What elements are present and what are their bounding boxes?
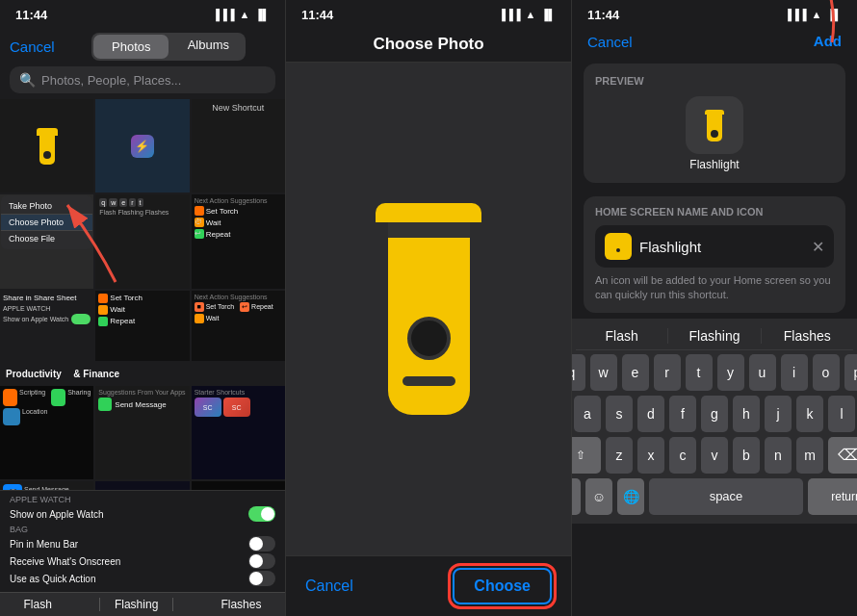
watch-toggle[interactable] — [248, 506, 275, 522]
key-t[interactable]: t — [686, 354, 713, 391]
wifi-icon-2: ▲ — [526, 9, 536, 20]
key-d[interactable]: d — [637, 396, 664, 432]
key-h[interactable]: h — [733, 396, 760, 432]
time-3: 11:44 — [587, 8, 619, 22]
key-c[interactable]: c — [669, 437, 696, 474]
key-e[interactable]: e — [622, 354, 649, 391]
key-o[interactable]: o — [813, 354, 840, 391]
clear-name-button[interactable]: ✕ — [812, 238, 824, 256]
key-j[interactable]: j — [765, 396, 792, 432]
search-placeholder: Photos, People, Places... — [41, 73, 181, 88]
photo-screenshots[interactable]: 📱 Show Screenshots — [192, 481, 285, 490]
segment-photos[interactable]: Photos — [93, 35, 169, 59]
top-bar-1: Cancel Photos Albums — [0, 27, 285, 66]
key-i[interactable]: i — [781, 354, 808, 391]
receive-label: Receive What's Onscreen — [10, 556, 120, 567]
key-k[interactable]: k — [796, 396, 823, 432]
photo-send-message[interactable]: Suggestions From Your Apps Send Message — [95, 386, 189, 479]
key-g[interactable]: g — [701, 396, 728, 432]
status-bar-3: 11:44 ▐▐▐ ▲ ▐▌ — [572, 0, 857, 27]
choose-photo-panel: 11:44 ▐▐▐ ▲ ▐▌ Choose Photo — [286, 0, 572, 616]
choose-button[interactable]: Choose — [453, 568, 552, 604]
key-z[interactable]: z — [606, 437, 633, 474]
battery-icon-2: ▐▌ — [540, 9, 556, 20]
receive-toggle[interactable] — [248, 553, 275, 569]
name-section-label: HOME SCREEN NAME AND ICON — [595, 206, 834, 218]
segment-albums[interactable]: Albums — [170, 33, 246, 61]
photo-3[interactable]: New Shortcut — [192, 99, 285, 192]
show-on-watch-label: Show on Apple Watch — [10, 509, 103, 520]
productivity-section: Productivity & Finance — [0, 361, 285, 384]
photos-panel: 11:44 ▐▐▐ ▲ ▐▌ Cancel Photos Albums 🔍 Ph… — [0, 0, 286, 616]
panel1-settings: APPLE WATCH Show on Apple Watch BAG Pin … — [0, 490, 285, 592]
panel2-bottom-bar: Cancel Choose — [286, 555, 571, 616]
key-shift[interactable]: ⇧ — [572, 437, 601, 474]
preview-section: PREVIEW Flashlight — [584, 64, 845, 183]
autocomplete-row-1: Flash Flashing Flashes — [0, 592, 285, 616]
add-button[interactable]: Add — [814, 33, 842, 49]
cancel-button-2[interactable]: Cancel — [305, 578, 353, 595]
photo-flashlight[interactable] — [0, 99, 93, 192]
key-p[interactable]: p — [844, 354, 858, 391]
key-space[interactable]: space — [649, 478, 803, 515]
key-l[interactable]: l — [828, 396, 855, 432]
search-bar[interactable]: 🔍 Photos, People, Places... — [10, 66, 275, 93]
photo-send-msg2[interactable]: 💬 Send Message — [0, 481, 93, 490]
key-globe[interactable]: 🌐 — [617, 478, 644, 515]
pin-menubar-label: Pin in Menu Bar — [10, 539, 78, 550]
photo-war-scripting[interactable]: Scripting Sharing Location — [0, 386, 93, 479]
key-delete[interactable]: ⌫ — [828, 437, 857, 474]
add-button-container: Add — [814, 33, 842, 50]
key-m[interactable]: m — [796, 437, 823, 474]
preview-label: PREVIEW — [595, 75, 834, 87]
ac-flashing[interactable]: Flashing — [667, 328, 761, 344]
cancel-button-1[interactable]: Cancel — [10, 38, 55, 55]
wifi-icon-3: ▲ — [812, 9, 822, 20]
photo-preview-area — [286, 63, 571, 555]
status-icons-2: ▐▐▐ ▲ ▐▌ — [498, 9, 556, 20]
preview-icon — [686, 96, 743, 154]
autocomplete-flashing[interactable]: Flashing — [99, 598, 173, 611]
ac-flash[interactable]: Flash — [576, 328, 667, 344]
key-s[interactable]: s — [606, 396, 633, 432]
photo-overlay-menu[interactable]: Take Photo Choose Photo Choose File — [0, 194, 93, 288]
autocomplete-flashes[interactable]: Flashes — [221, 598, 261, 611]
photo-open-app[interactable]: ⚡ Shareen — [95, 481, 189, 490]
keyboard-autocomplete: Flash Flashing Flashes — [576, 324, 853, 350]
key-a[interactable]: a — [574, 396, 601, 432]
photo-keyboard[interactable]: q w e r t Flash Flashing Flashes — [95, 194, 189, 288]
pin-toggle[interactable] — [248, 536, 275, 552]
key-q[interactable]: q — [572, 354, 585, 391]
key-r[interactable]: r — [654, 354, 681, 391]
time-2: 11:44 — [301, 8, 333, 22]
name-hint: An icon will be added to your Home scree… — [595, 273, 834, 303]
key-row-3: ⇧ z x c v b n m ⌫ — [576, 437, 853, 474]
key-num[interactable]: 123 — [572, 478, 581, 515]
search-icon: 🔍 — [19, 72, 36, 88]
key-n[interactable]: n — [765, 437, 792, 474]
photos-grid: ⚡ New Shortcut Take Photo Choose Photo C… — [0, 99, 285, 490]
key-return[interactable]: return — [808, 478, 857, 515]
key-b[interactable]: b — [733, 437, 760, 474]
productivity-label: Productivity — [6, 369, 62, 379]
key-y[interactable]: y — [717, 354, 744, 391]
key-emoji[interactable]: ☺ — [585, 478, 612, 515]
status-icons-1: ▐▐▐ ▲ ▐▌ — [212, 9, 270, 20]
photo-starter-shortcuts[interactable]: Starter Shortcuts SC SC — [192, 386, 285, 479]
key-x[interactable]: x — [637, 437, 664, 474]
choose-photo-header: Choose Photo — [286, 27, 571, 63]
shortcut-name-input[interactable]: Flashlight — [639, 239, 804, 255]
photo-suggestions[interactable]: Next Action Suggestions Set Torch ⏱ Wait… — [192, 194, 285, 288]
key-w[interactable]: w — [590, 354, 617, 391]
choose-photo-title: Choose Photo — [373, 35, 483, 53]
cancel-button-3[interactable]: Cancel — [587, 34, 633, 50]
key-u[interactable]: u — [749, 354, 776, 391]
quick-toggle[interactable] — [248, 571, 275, 586]
key-f[interactable]: f — [669, 396, 696, 432]
signal-icon-2: ▐▐▐ — [498, 9, 520, 20]
photo-2[interactable]: ⚡ — [95, 99, 189, 192]
name-section: HOME SCREEN NAME AND ICON Flashlight ✕ A… — [584, 196, 845, 313]
autocomplete-flash[interactable]: Flash — [24, 598, 52, 611]
ac-flashes[interactable]: Flashes — [762, 328, 853, 344]
key-v[interactable]: v — [701, 437, 728, 474]
